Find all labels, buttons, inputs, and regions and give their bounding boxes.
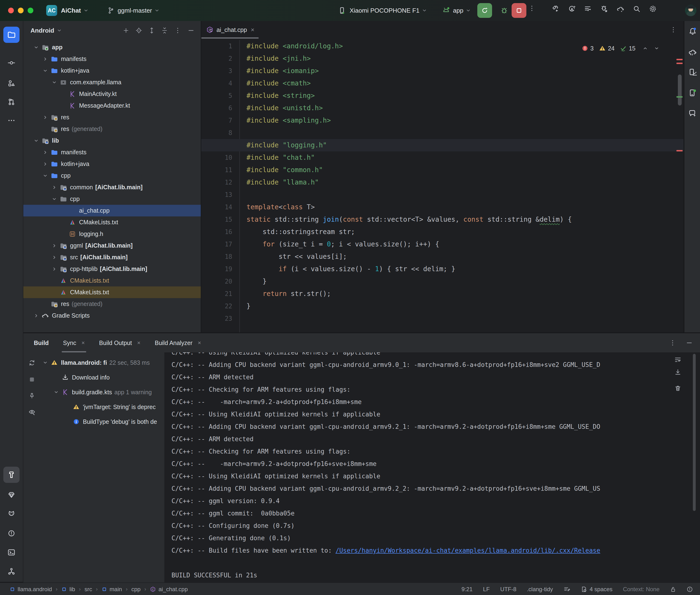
code-line-6[interactable]: #include <unistd.h> xyxy=(240,102,683,114)
hide-panel-icon[interactable] xyxy=(188,27,195,34)
more-tool-windows-button[interactable] xyxy=(3,112,20,129)
chevron-down-icon[interactable] xyxy=(50,79,59,85)
line-number[interactable]: 19 xyxy=(208,263,232,275)
next-problem-icon[interactable] xyxy=(653,45,660,51)
tree-item-cmakelists-txt[interactable]: CMakeLists.txt xyxy=(23,217,201,228)
tree-item-cpp[interactable]: cpp xyxy=(23,193,201,205)
chevron-right-icon[interactable] xyxy=(32,313,40,319)
expand-all-icon[interactable] xyxy=(148,27,155,34)
breadcrumb-item-cpp[interactable]: cpp xyxy=(131,586,141,593)
inspections-widget[interactable]: 3 24 15 xyxy=(582,45,660,52)
chevron-right-icon[interactable] xyxy=(41,149,50,155)
line-number[interactable]: 18 xyxy=(208,251,232,263)
vcs-widget[interactable]: ggml-master xyxy=(107,7,163,14)
tree-item-app[interactable]: app xyxy=(23,41,201,53)
code-line-16[interactable]: std::ostringstream str; xyxy=(240,226,683,238)
add-icon[interactable] xyxy=(123,27,129,34)
build-run-icon[interactable] xyxy=(552,5,560,13)
line-number[interactable]: 1 xyxy=(208,40,232,52)
tree-item-logging-h[interactable]: logging.h xyxy=(23,228,201,240)
tree-item-manifests[interactable]: manifests xyxy=(23,146,201,158)
build-variants-icon[interactable] xyxy=(584,5,592,13)
error-stripe-mark[interactable] xyxy=(676,59,682,60)
tab-ai-chat-cpp[interactable]: C ai_chat.cpp × xyxy=(201,21,259,38)
error-stripe-mark[interactable] xyxy=(676,150,682,151)
file-encoding[interactable]: UTF-8 xyxy=(500,586,516,593)
stop-sync-button[interactable] xyxy=(27,374,37,385)
tab-sync[interactable]: Sync× xyxy=(63,333,85,352)
sync-project-icon[interactable] xyxy=(568,5,576,13)
close-tab-icon[interactable]: × xyxy=(251,26,254,34)
editor-gutter[interactable]: 1234567891011121314151617181920212223 xyxy=(201,40,240,332)
indent-status[interactable]: 4 spaces xyxy=(581,586,613,593)
hide-build-panel-icon[interactable] xyxy=(686,339,693,346)
error-stripe-mark[interactable] xyxy=(676,63,682,64)
tree-item-gradle-scripts[interactable]: Gradle Scripts xyxy=(23,310,201,321)
tree-item-com-example-llama[interactable]: com.example.llama xyxy=(23,77,201,88)
zoom-window-button[interactable] xyxy=(28,8,33,13)
traffic-lights[interactable] xyxy=(8,8,39,13)
chevron-down-icon[interactable] xyxy=(50,196,59,202)
app-quality-insights-tool-button[interactable] xyxy=(3,487,20,503)
line-number[interactable]: 22 xyxy=(208,300,232,312)
chevron-right-icon[interactable] xyxy=(50,266,59,272)
line-number[interactable]: 21 xyxy=(208,288,232,300)
search-everywhere-icon[interactable] xyxy=(633,5,641,13)
chevron-down-icon[interactable] xyxy=(41,67,50,74)
filter-view-button[interactable] xyxy=(27,407,37,417)
error-stripe-mark[interactable] xyxy=(676,96,682,97)
tree-item-kotlin-java[interactable]: kotlin+java xyxy=(23,158,201,170)
gradle-sync-icon[interactable] xyxy=(616,5,624,13)
code-line-4[interactable]: #include <cmath> xyxy=(240,77,683,89)
code-line-13[interactable] xyxy=(240,189,683,201)
project-view-selector[interactable]: Android xyxy=(30,27,54,34)
build-tree-item[interactable]: build.gradle.ktsapp 1 warning xyxy=(40,385,164,399)
collapse-all-icon[interactable] xyxy=(161,27,168,34)
pull-requests-tool-button[interactable] xyxy=(3,94,20,110)
panel-options-icon[interactable] xyxy=(174,27,181,34)
tree-item-cmakelists-txt[interactable]: CMakeLists.txt xyxy=(23,286,201,298)
line-ending[interactable]: LF xyxy=(483,586,490,593)
terminal-tool-button[interactable] xyxy=(3,544,20,561)
chevron-right-icon[interactable] xyxy=(41,114,50,120)
editor-options-icon[interactable] xyxy=(670,26,677,33)
tree-item-cmakelists-txt[interactable]: CMakeLists.txt xyxy=(23,275,201,286)
code-line-2[interactable]: #include <jni.h> xyxy=(240,52,683,65)
minimize-window-button[interactable] xyxy=(18,8,24,13)
code-line-7[interactable]: #include <sampling.h> xyxy=(240,114,683,127)
chevron-right-icon[interactable] xyxy=(50,254,59,260)
run-more-options-button[interactable] xyxy=(528,5,535,12)
build-window-title[interactable]: Build xyxy=(34,340,49,346)
chevron-right-icon[interactable] xyxy=(41,56,50,62)
stop-button[interactable] xyxy=(512,3,526,18)
tree-item-mainactivity-kt[interactable]: MainActivity.kt xyxy=(23,88,201,100)
tree-item-src[interactable]: src[AiChat.lib.main] xyxy=(23,251,201,263)
clear-console-icon[interactable] xyxy=(674,385,681,392)
pin-button[interactable] xyxy=(27,391,37,401)
line-number[interactable]: 5 xyxy=(208,89,232,102)
debug-button[interactable] xyxy=(497,3,512,18)
breadcrumb-item-llama-android[interactable]: llama.android xyxy=(9,586,52,593)
resource-manager-tool-button[interactable] xyxy=(3,75,20,91)
tree-item-manifests[interactable]: manifests xyxy=(23,53,201,65)
console-scrollbar[interactable] xyxy=(693,354,696,511)
caret-position[interactable]: 9:21 xyxy=(461,586,473,593)
code-line-5[interactable]: #include <string> xyxy=(240,89,683,102)
editor-scrollbar[interactable] xyxy=(678,75,682,106)
line-number[interactable]: 7 xyxy=(208,114,232,127)
gradle-tool-button[interactable] xyxy=(687,46,699,58)
breadcrumb-item-main[interactable]: main xyxy=(102,586,122,593)
line-number[interactable]: 12 xyxy=(208,176,232,189)
code-line-12[interactable]: #include "llama.h" xyxy=(240,176,683,189)
tree-item-kotlin-java[interactable]: kotlin+java xyxy=(23,65,201,77)
tree-item-cpp[interactable]: cpp xyxy=(23,170,201,181)
code-line-22[interactable]: } xyxy=(240,300,683,312)
line-number[interactable]: 3 xyxy=(208,65,232,77)
attach-debugger-icon[interactable] xyxy=(600,5,608,13)
code-line-18[interactable]: str << values[i]; xyxy=(240,251,683,263)
code-line-14[interactable]: template<class T> xyxy=(240,201,683,213)
tab-build-output[interactable]: Build Output× xyxy=(99,333,141,352)
line-number[interactable]: 14 xyxy=(208,201,232,213)
code-line-20[interactable]: } xyxy=(240,275,683,288)
line-number[interactable]: 4 xyxy=(208,77,232,89)
